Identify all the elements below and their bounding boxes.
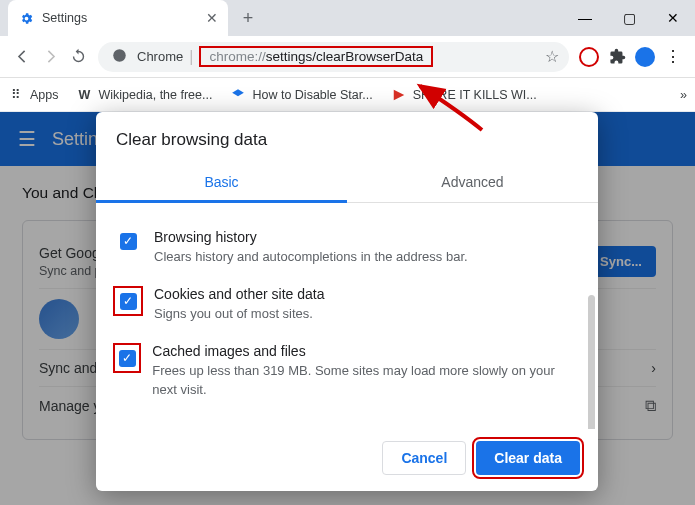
- scrollbar[interactable]: [588, 295, 595, 429]
- tab-advanced[interactable]: Advanced: [347, 164, 598, 202]
- checkbox-checked-icon[interactable]: ✓: [119, 350, 136, 367]
- wiki-icon: W: [77, 87, 93, 103]
- option-cookies[interactable]: ✓ Cookies and other site data Signs you …: [116, 276, 578, 333]
- forward-button[interactable]: [36, 43, 64, 71]
- extension-opera-icon[interactable]: [575, 43, 603, 71]
- url-label: Chrome: [137, 49, 183, 64]
- address-bar[interactable]: Chrome | chrome://settings/clearBrowserD…: [98, 42, 569, 72]
- close-icon[interactable]: ✕: [206, 10, 218, 26]
- option-cached[interactable]: ✓ Cached images and files Frees up less …: [116, 333, 578, 408]
- bookmark-star-icon[interactable]: ☆: [545, 47, 559, 66]
- apps-grid-icon: ⠿: [8, 87, 24, 103]
- dialog-title: Clear browsing data: [96, 112, 598, 164]
- url-text: chrome://settings/clearBrowserData: [199, 46, 433, 67]
- menu-kebab-icon[interactable]: ⋮: [659, 43, 687, 71]
- share-icon: [391, 87, 407, 103]
- extension-globe-icon[interactable]: [631, 43, 659, 71]
- bookmark-apps[interactable]: ⠿Apps: [8, 87, 59, 103]
- svg-marker-1: [233, 89, 245, 96]
- annotation-arrow: [410, 82, 490, 142]
- maximize-button[interactable]: ▢: [607, 0, 651, 36]
- bookmark-wikipedia[interactable]: WWikipedia, the free...: [77, 87, 213, 103]
- tab-title: Settings: [42, 11, 206, 25]
- dialog-tabs: Basic Advanced: [96, 164, 598, 203]
- browser-tab[interactable]: Settings ✕: [8, 0, 228, 36]
- new-tab-button[interactable]: +: [234, 8, 262, 29]
- window-titlebar: Settings ✕ + — ▢ ✕: [0, 0, 695, 36]
- minimize-button[interactable]: —: [563, 0, 607, 36]
- gear-icon: [18, 10, 34, 26]
- navigation-bar: Chrome | chrome://settings/clearBrowserD…: [0, 36, 695, 78]
- close-window-button[interactable]: ✕: [651, 0, 695, 36]
- bookmarks-bar: ⠿Apps WWikipedia, the free... How to Dis…: [0, 78, 695, 112]
- reload-button[interactable]: [64, 43, 92, 71]
- cancel-button[interactable]: Cancel: [382, 441, 466, 475]
- clear-browsing-data-dialog: Clear browsing data Basic Advanced ✓ Bro…: [96, 112, 598, 491]
- bookmarks-overflow[interactable]: »: [680, 88, 687, 102]
- checkbox-checked-icon[interactable]: ✓: [120, 233, 137, 250]
- back-button[interactable]: [8, 43, 36, 71]
- svg-point-0: [113, 49, 126, 62]
- extensions-icon[interactable]: [603, 43, 631, 71]
- checkbox-checked-icon[interactable]: ✓: [120, 293, 137, 310]
- clear-data-button[interactable]: Clear data: [476, 441, 580, 475]
- option-browsing-history[interactable]: ✓ Browsing history Clears history and au…: [116, 219, 578, 276]
- svg-marker-2: [393, 89, 404, 100]
- bookmark-howto[interactable]: How to Disable Star...: [230, 87, 372, 103]
- shield-icon: [230, 87, 246, 103]
- tab-basic[interactable]: Basic: [96, 164, 347, 203]
- security-icon: [112, 48, 127, 66]
